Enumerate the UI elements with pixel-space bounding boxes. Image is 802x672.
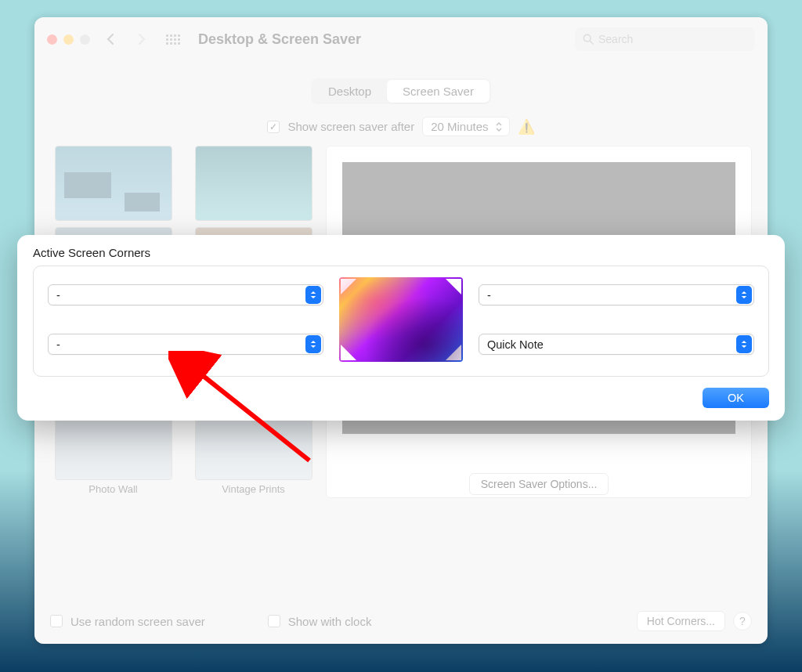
display-thumbnail bbox=[339, 277, 463, 362]
top-left-corner-select[interactable]: - bbox=[48, 284, 323, 305]
list-item[interactable] bbox=[190, 146, 316, 221]
bottom-right-corner-select[interactable]: Quick Note bbox=[479, 334, 754, 355]
forward-button[interactable] bbox=[131, 28, 153, 50]
show-all-button[interactable] bbox=[162, 28, 184, 50]
search-icon bbox=[583, 34, 594, 45]
sheet-body: - - - bbox=[33, 266, 769, 377]
top-right-value: - bbox=[487, 289, 736, 302]
clock-label: Show with clock bbox=[288, 615, 372, 628]
select-arrows-icon bbox=[736, 335, 752, 353]
show-after-row: ✓ Show screen saver after 20 Minutes ⚠️ bbox=[34, 117, 768, 136]
top-left-value: - bbox=[56, 289, 305, 302]
minimize-button[interactable] bbox=[63, 34, 74, 45]
bottom-bar: Use random screen saver Show with clock … bbox=[50, 611, 752, 631]
show-after-checkbox[interactable]: ✓ bbox=[267, 121, 280, 133]
titlebar: Desktop & Screen Saver Search bbox=[34, 17, 768, 61]
tab-desktop[interactable]: Desktop bbox=[312, 80, 387, 103]
select-arrows-icon bbox=[305, 286, 321, 304]
tab-segmented-control: Desktop Screen Saver bbox=[311, 78, 491, 104]
warning-icon: ⚠️ bbox=[518, 118, 535, 135]
show-after-label: Show screen saver after bbox=[287, 120, 414, 133]
show-after-value: 20 Minutes bbox=[431, 120, 488, 133]
random-checkbox[interactable] bbox=[50, 615, 63, 627]
traffic-lights bbox=[47, 34, 90, 45]
corner-indicator-tl bbox=[341, 279, 356, 294]
bottom-left-value: - bbox=[56, 338, 305, 351]
list-item[interactable] bbox=[50, 146, 176, 221]
random-label: Use random screen saver bbox=[70, 615, 205, 628]
bottom-right-value: Quick Note bbox=[487, 338, 736, 351]
ok-button[interactable]: OK bbox=[703, 388, 769, 408]
search-placeholder: Search bbox=[598, 33, 633, 45]
top-right-corner-select[interactable]: - bbox=[479, 284, 754, 305]
bottom-left-corner-select[interactable]: - bbox=[48, 334, 323, 355]
clock-checkbox[interactable] bbox=[268, 615, 280, 627]
search-input[interactable]: Search bbox=[575, 27, 755, 51]
hot-corners-sheet: Active Screen Corners - - bbox=[17, 235, 785, 421]
select-arrows-icon bbox=[305, 335, 321, 353]
svg-line-1 bbox=[590, 41, 593, 44]
screen-saver-options-button[interactable]: Screen Saver Options... bbox=[469, 473, 609, 495]
help-button[interactable]: ? bbox=[733, 612, 752, 630]
stepper-icon bbox=[493, 121, 504, 132]
tab-screen-saver[interactable]: Screen Saver bbox=[387, 80, 490, 103]
select-arrows-icon bbox=[736, 286, 752, 304]
window-title: Desktop & Screen Saver bbox=[198, 31, 361, 48]
zoom-button[interactable] bbox=[80, 34, 90, 45]
corner-indicator-bl bbox=[341, 345, 356, 360]
corner-indicator-tr bbox=[446, 279, 461, 294]
show-after-popup[interactable]: 20 Minutes bbox=[422, 117, 509, 136]
close-button[interactable] bbox=[47, 34, 57, 45]
back-button[interactable] bbox=[99, 28, 121, 50]
corner-indicator-br bbox=[446, 345, 461, 360]
hot-corners-button[interactable]: Hot Corners... bbox=[637, 611, 725, 631]
sheet-title: Active Screen Corners bbox=[33, 246, 769, 259]
